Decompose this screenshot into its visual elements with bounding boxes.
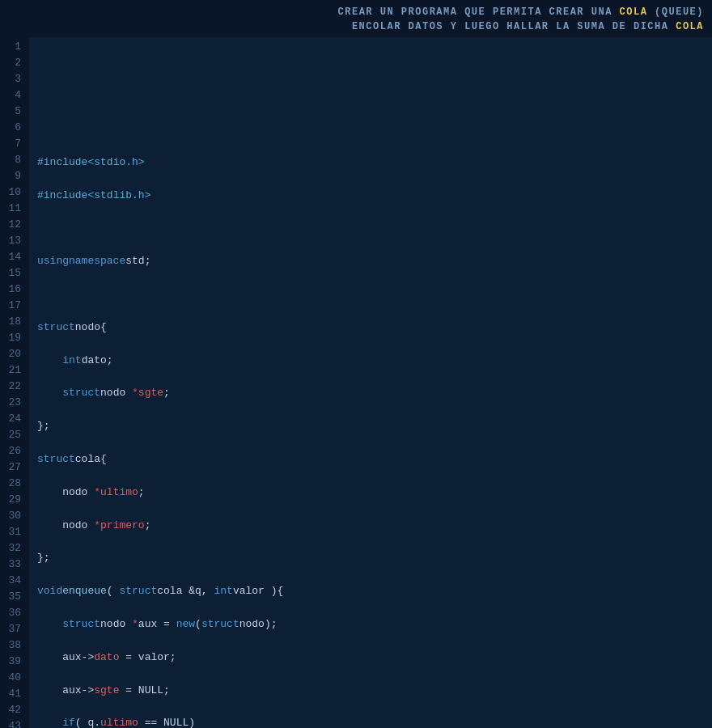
code-line: }; [37,419,704,435]
code-line: }; [37,551,704,567]
code-line: void enqueue( struct cola &q, int valor … [37,584,704,600]
code-content: #include <stdio.h> #include <stdlib.h> u… [29,37,712,728]
code-line: if( q.ultimo == NULL) [37,716,704,728]
header-line2: ENCOLAR DATOS Y LUEGO HALLAR LA SUMA DE … [0,19,704,34]
code-line [37,286,704,303]
code-line [37,56,704,72]
code-line: aux->dato = valor; [37,650,704,666]
code-line: struct nodo *aux = new(struct nodo); [37,616,704,633]
code-line: nodo *primero; [37,518,704,534]
code-area: 1 2 3 4 5 6 7 8 9 10 11 12 13 14 15 16 1… [0,37,712,728]
code-line [37,221,704,237]
code-line: int dato; [37,353,704,369]
line-numbers: 1 2 3 4 5 6 7 8 9 10 11 12 13 14 15 16 1… [0,37,29,728]
code-line: struct nodo *sgte; [37,386,704,402]
code-line: aux->sgte = NULL; [37,683,704,699]
code-line: struct cola{ [37,451,704,468]
highlight-cola2: COLA [676,21,704,32]
code-line: #include <stdlib.h> [37,188,704,204]
code-line: struct nodo{ [37,320,704,336]
code-line: nodo *ultimo; [37,485,704,501]
code-line: using namespace std; [37,254,704,270]
header-line1: CREAR UN PROGRAMA QUE PERMITA CREAR UNA … [0,5,704,19]
editor-container: CREAR UN PROGRAMA QUE PERMITA CREAR UNA … [0,0,712,728]
code-line [37,121,704,138]
code-line [37,89,704,105]
highlight-cola: COLA [620,6,648,18]
code-line: #include <stdio.h> [37,154,704,171]
header-comment: CREAR UN PROGRAMA QUE PERMITA CREAR UNA … [0,0,712,37]
